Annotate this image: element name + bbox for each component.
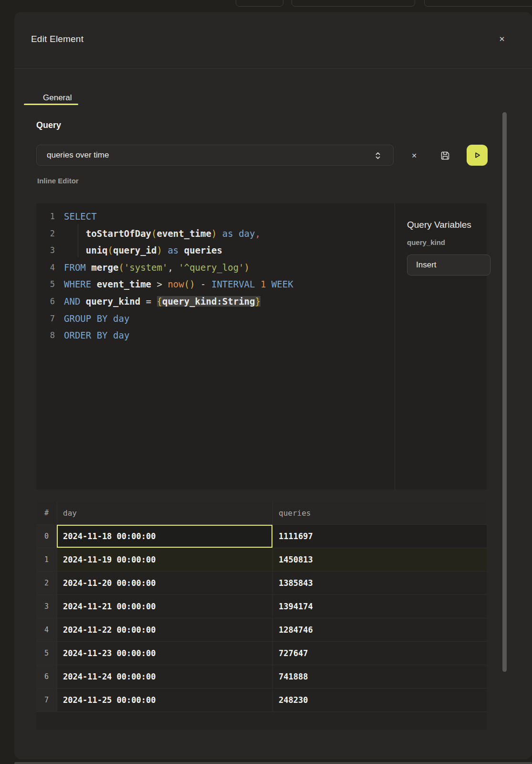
code-text: toStartOfDay(event_time) as day,: [55, 225, 261, 243]
code-line[interactable]: 2 toStartOfDay(event_time) as day,: [36, 225, 380, 243]
play-icon: [471, 149, 483, 161]
column-header-index[interactable]: #: [36, 501, 57, 524]
modal-header: Edit Element ✕: [14, 12, 532, 68]
save-query-button[interactable]: [439, 149, 451, 162]
top-toolbar: [0, 0, 532, 12]
code-text: GROUP BY day: [55, 310, 129, 328]
table-row: 02024-11-18 00:00:001111697: [36, 524, 487, 548]
table-row: 62024-11-24 00:00:00741888: [36, 665, 487, 688]
table-row: 72024-11-25 00:00:00248230: [36, 688, 487, 711]
toolbar-button-3[interactable]: [424, 0, 532, 7]
edit-element-modal: Edit Element ✕ General Query queries ove…: [14, 12, 532, 759]
line-number: 2: [36, 225, 55, 243]
modal-scrollbar[interactable]: [502, 112, 507, 672]
code-text: FROM merge('system', '^query_log'): [55, 259, 250, 276]
modal-title: Edit Element: [31, 34, 83, 44]
tab-label: General: [43, 93, 72, 103]
code-text: ORDER BY day: [55, 327, 129, 344]
column-header-day[interactable]: day: [57, 501, 272, 524]
close-icon: ✕: [499, 35, 505, 43]
query-select-value: queries over time: [47, 150, 109, 160]
indent-guide: [78, 224, 78, 257]
table-footer: [36, 711, 487, 730]
screen: Edit Element ✕ General Query queries ove…: [0, 0, 532, 764]
table-row: 22024-11-20 00:00:001385843: [36, 571, 487, 594]
query-variables-panel: Query Variables query_kind Insert: [395, 203, 487, 489]
tab-general[interactable]: General: [33, 85, 81, 111]
line-number: 7: [36, 310, 55, 328]
day-cell[interactable]: 2024-11-20 00:00:00: [57, 572, 272, 594]
queries-cell[interactable]: 1394174: [272, 595, 487, 618]
variable-name-label: query_kind: [407, 238, 445, 246]
day-cell[interactable]: 2024-11-25 00:00:00: [57, 689, 272, 711]
queries-cell[interactable]: 1111697: [272, 525, 487, 548]
code-line[interactable]: 4FROM merge('system', '^query_log'): [36, 259, 380, 276]
save-icon: [440, 150, 450, 161]
row-index-cell[interactable]: 5: [36, 642, 57, 665]
header-divider: [14, 68, 532, 69]
results-table: #dayqueries02024-11-18 00:00:00111169712…: [36, 501, 487, 730]
row-index-cell[interactable]: 0: [36, 525, 57, 548]
table-row: 52024-11-23 00:00:00727647: [36, 641, 487, 665]
toolbar-button-1[interactable]: [236, 0, 283, 7]
day-cell[interactable]: 2024-11-18 00:00:00: [57, 525, 272, 548]
row-index-cell[interactable]: 6: [36, 665, 57, 688]
query-section-heading: Query: [36, 120, 61, 130]
code-line[interactable]: 7GROUP BY day: [36, 310, 380, 328]
bottom-panel-edge: [14, 762, 532, 764]
insert-variable-button[interactable]: Insert: [407, 255, 490, 276]
code-line[interactable]: 1SELECT: [36, 208, 380, 225]
code-text: SELECT: [55, 208, 97, 225]
code-line[interactable]: 5WHERE event_time > now() - INTERVAL 1 W…: [36, 276, 380, 293]
line-number: 3: [36, 242, 55, 259]
code-text: WHERE event_time > now() - INTERVAL 1 WE…: [55, 276, 293, 293]
day-cell[interactable]: 2024-11-22 00:00:00: [57, 618, 272, 641]
row-index-cell[interactable]: 2: [36, 572, 57, 594]
table-header-row: #dayqueries: [36, 501, 487, 524]
clear-icon: ✕: [411, 152, 417, 159]
row-index-cell[interactable]: 7: [36, 689, 57, 711]
table-row: 42024-11-22 00:00:001284746: [36, 618, 487, 641]
code-line[interactable]: 3 uniq(query_id) as queries: [36, 242, 380, 259]
code-text: uniq(query_id) as queries: [55, 242, 222, 259]
query-variables-title: Query Variables: [407, 220, 471, 230]
row-index-cell[interactable]: 3: [36, 595, 57, 618]
clear-query-button[interactable]: ✕: [408, 149, 420, 162]
query-select[interactable]: queries over time: [36, 145, 394, 166]
line-number: 1: [36, 208, 55, 225]
line-number: 6: [36, 293, 55, 310]
queries-cell[interactable]: 248230: [272, 689, 487, 711]
day-cell[interactable]: 2024-11-19 00:00:00: [57, 548, 272, 571]
queries-cell[interactable]: 741888: [272, 665, 487, 688]
sql-code-editor[interactable]: 1SELECT2 toStartOfDay(event_time) as day…: [36, 203, 380, 489]
run-query-button[interactable]: [467, 145, 488, 166]
sql-editor-block: 1SELECT2 toStartOfDay(event_time) as day…: [36, 203, 487, 489]
row-index-cell[interactable]: 1: [36, 548, 57, 571]
line-number: 4: [36, 259, 55, 276]
row-index-cell[interactable]: 4: [36, 618, 57, 641]
chevron-up-down-icon: [372, 150, 384, 161]
toolbar-button-2[interactable]: [292, 0, 415, 7]
code-text: AND query_kind = {query_kind:String}: [55, 293, 261, 310]
close-button[interactable]: ✕: [496, 33, 508, 45]
queries-cell[interactable]: 727647: [272, 642, 487, 665]
tab-active-underline: [24, 104, 78, 105]
code-line[interactable]: 8ORDER BY day: [36, 327, 380, 344]
inline-editor-label: Inline Editor: [37, 177, 79, 185]
day-cell[interactable]: 2024-11-24 00:00:00: [57, 665, 272, 688]
table-row: 12024-11-19 00:00:001450813: [36, 548, 487, 571]
queries-cell[interactable]: 1450813: [272, 548, 487, 571]
column-header-queries[interactable]: queries: [272, 501, 487, 524]
queries-cell[interactable]: 1385843: [272, 572, 487, 594]
queries-cell[interactable]: 1284746: [272, 618, 487, 641]
line-number: 5: [36, 276, 55, 293]
table-row: 32024-11-21 00:00:001394174: [36, 594, 487, 618]
day-cell[interactable]: 2024-11-23 00:00:00: [57, 642, 272, 665]
code-line[interactable]: 6AND query_kind = {query_kind:String}: [36, 293, 380, 310]
line-number: 8: [36, 327, 55, 344]
day-cell[interactable]: 2024-11-21 00:00:00: [57, 595, 272, 618]
